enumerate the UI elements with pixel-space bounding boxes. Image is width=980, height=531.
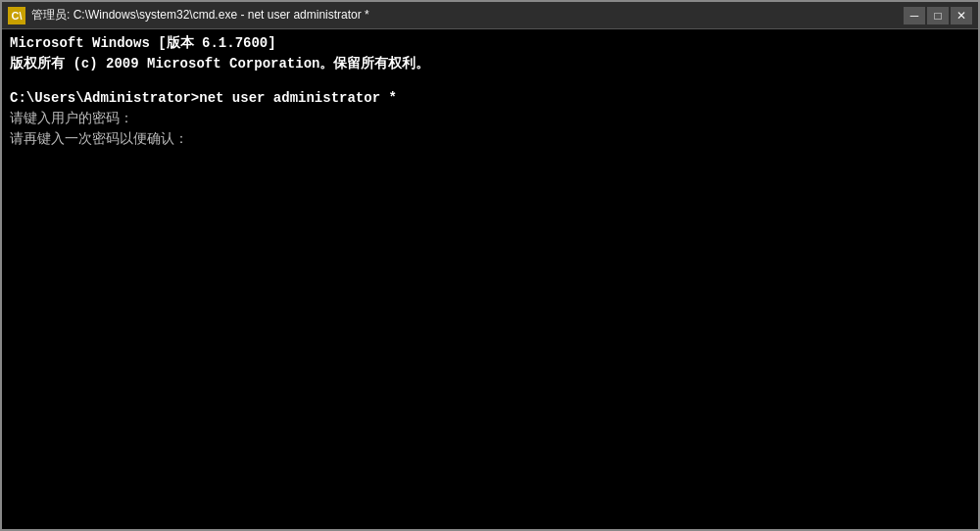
line-copyright: 版权所有 (c) 2009 Microsoft Corporation。保留所有… <box>10 54 970 74</box>
terminal-area[interactable]: Microsoft Windows [版本 6.1.7600] 版权所有 (c)… <box>2 29 978 529</box>
close-button[interactable]: ✕ <box>951 7 972 24</box>
line-command: C:\Users\Administrator>net user administ… <box>10 88 970 109</box>
line-windows-version: Microsoft Windows [版本 6.1.7600] <box>10 33 970 54</box>
window-controls: ─ □ ✕ <box>904 7 972 24</box>
cmd-window: C\ 管理员: C:\Windows\system32\cmd.exe - ne… <box>0 0 980 531</box>
cmd-icon: C\ <box>8 7 25 24</box>
minimize-button[interactable]: ─ <box>904 7 925 24</box>
title-bar: C\ 管理员: C:\Windows\system32\cmd.exe - ne… <box>2 2 978 29</box>
window-title: 管理员: C:\Windows\system32\cmd.exe - net u… <box>31 7 904 24</box>
restore-button[interactable]: □ <box>927 7 949 24</box>
line-password-prompt: 请键入用户的密码： <box>10 109 970 129</box>
spacer-1 <box>10 74 970 88</box>
line-confirm-prompt: 请再键入一次密码以便确认： <box>10 129 970 150</box>
cmd-icon-label: C\ <box>12 10 23 22</box>
